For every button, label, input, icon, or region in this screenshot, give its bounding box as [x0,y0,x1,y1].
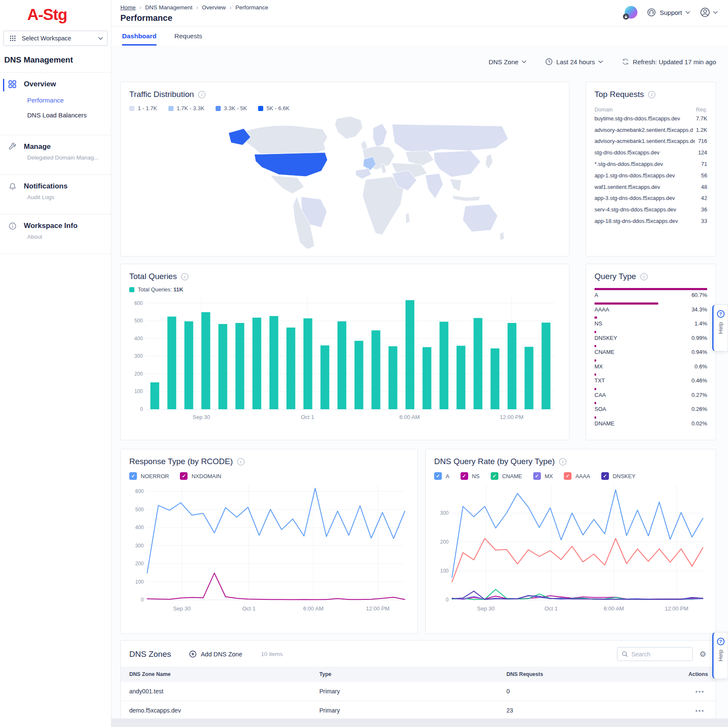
country-spain[interactable] [356,168,371,179]
query-type-item[interactable]: AAAA34.3% [594,302,707,313]
query-type-item[interactable]: MX0.6% [594,359,707,370]
response-type-line-chart[interactable]: Sep 30Oct 16:00 AM12:00 PM01002003004005… [129,480,408,613]
query-type-bar [594,402,596,404]
wrench-icon [8,142,17,151]
checkbox-checked-icon[interactable]: ✓ [491,472,498,480]
info-icon[interactable]: i [648,91,655,98]
country-canada[interactable] [245,125,327,154]
table-row[interactable]: app-18.stg-dns-ddos.f5xcapps.dev33 [594,215,707,227]
dns-query-rate-line-chart[interactable]: Sep 30Oct 16:00 AM12:00 PM0100200300 [434,480,706,613]
lock-badge-icon [623,14,629,20]
query-type-item[interactable]: CNAME0.94% [594,345,707,355]
sidebar-item-performance[interactable]: Performance [27,97,105,104]
info-icon[interactable]: i [198,91,205,98]
info-icon [8,221,17,231]
breadcrumb-item[interactable]: Performance [235,4,268,11]
query-type-item[interactable]: DNAME0.02% [594,416,707,427]
country-russia[interactable] [392,124,508,154]
table-row[interactable]: stg-dns-ddos.f5xcapps.dev124 [594,147,707,158]
workspace-selector[interactable]: Select Workspace [3,31,108,46]
query-type-item[interactable]: SOA0.26% [594,402,707,412]
query-type-item[interactable]: DNSKEY0.99% [594,331,707,341]
query-type-panel: Query Typei A60.7%AAAA34.3%NS1.4%DNSKEY0… [586,264,716,440]
country-se-asia[interactable] [450,179,461,191]
help-tab[interactable]: ? Help [712,632,728,679]
zone-type-cell: Primary [319,688,506,695]
info-icon[interactable]: i [559,458,566,465]
legend-label: 1.7K - 3.3K [177,105,205,111]
support-menu[interactable]: Support [647,8,690,17]
country-indonesia[interactable] [452,196,481,201]
country-china[interactable] [434,151,481,177]
sidebar-item-dns-load-balancers[interactable]: DNS Load Balancers [27,111,105,125]
query-type-item[interactable]: A60.7% [594,288,707,298]
total-queries-bar-chart[interactable]: Sep 30Oct 16:00 AM12:00 PM01002003004005… [129,293,558,421]
avatar[interactable] [625,6,637,19]
tab-requests[interactable]: Requests [174,32,202,46]
query-type-item[interactable]: NS1.4% [594,316,707,327]
zone-name-cell[interactable]: andy001.test [129,688,319,695]
table-row[interactable]: waf1.sentient.f5xcapps.dev48 [594,181,707,193]
time-range-label: Last 24 hours [556,58,595,66]
gear-icon[interactable]: ⚙ [700,650,706,658]
request-count-cell: 48 [701,184,707,190]
table-row[interactable]: app-1.stg-dns-ddos.f5xcapps.dev56 [594,170,707,181]
tab-dashboard[interactable]: Dashboard [122,32,156,46]
country-japan[interactable] [486,154,493,169]
query-type-item[interactable]: TXT0.46% [594,373,707,384]
breadcrumb-item[interactable]: DNS Management [145,4,192,11]
sidebar-item-workspace-info[interactable]: Workspace Info About [0,214,111,246]
table-row[interactable]: demo.f5xcapps.devPrimary23••• [121,701,716,719]
search-box [617,647,693,661]
legend-item-nxdomain: ✓NXDOMAIN [180,472,221,480]
query-type-item[interactable]: CAA0.27% [594,388,707,398]
country-greenland[interactable] [335,116,362,139]
info-icon[interactable]: i [237,458,245,465]
query-type-value: 0.26% [691,406,707,412]
sidebar-item-manage[interactable]: Manage Delegated Domain Manag... [0,135,111,167]
breadcrumb-item[interactable]: Overview [202,4,226,11]
chevron-down-icon [98,37,103,40]
checkbox-checked-icon[interactable]: ✓ [180,472,188,480]
table-row[interactable]: *.stg-dns-ddos.f5xcapps.dev71 [594,158,707,170]
country-madagascar[interactable] [406,212,410,224]
country-new-zealand[interactable] [500,232,505,240]
add-dns-zone-button[interactable]: Add DNS Zone [189,650,242,658]
country-mexico[interactable] [270,175,304,194]
query-type-value: 60.7% [691,292,707,298]
info-icon[interactable]: i [640,273,648,280]
search-input[interactable] [631,651,682,658]
refresh-label: Refresh: Updated 17 min ago [633,58,716,66]
checkbox-checked-icon[interactable]: ✓ [129,472,137,480]
table-row[interactable]: advisory-acmebank2.sentient.f5xcapps.dev… [594,124,707,136]
query-type-bar [594,359,596,362]
country-australia[interactable] [463,204,498,232]
info-icon[interactable]: i [181,273,188,280]
checkbox-checked-icon[interactable]: ✓ [533,472,541,480]
checkbox-checked-icon[interactable]: ✓ [461,472,468,480]
country-india[interactable] [425,174,443,199]
sidebar-item-notifications[interactable]: Notifications Audit Logs [0,175,111,206]
headset-icon [647,8,656,17]
checkbox-checked-icon[interactable]: ✓ [434,472,442,480]
country-usa[interactable] [254,153,327,177]
table-row[interactable]: serv-4.stg-dns-ddos.f5xcapps.dev36 [594,204,707,215]
zone-name-cell[interactable]: demo.f5xcapps.dev [129,707,319,714]
row-actions-button[interactable]: ••• [695,707,705,714]
checkbox-checked-icon[interactable]: ✓ [564,472,572,480]
svg-text:12:00 PM: 12:00 PM [500,414,523,420]
table-row[interactable]: advisory-acmebank1.sentient.f5xcapps.dev… [594,136,707,147]
checkbox-checked-icon[interactable]: ✓ [601,472,609,480]
table-row[interactable]: andy001.testPrimary0••• [121,682,716,701]
help-tab[interactable]: ? Help [712,305,728,351]
sidebar-item-overview[interactable]: Overview Performance DNS Load Balancers [0,73,111,127]
country-scandinavia[interactable] [373,124,387,148]
table-row[interactable]: buytime.stg-dns-ddos.f5xcapps.dev7.7K [594,113,707,124]
table-row[interactable]: app-3.stg-dns-ddos.f5xcapps.dev42 [594,193,707,204]
breadcrumb-item[interactable]: Home [120,4,136,11]
row-actions-button[interactable]: ••• [695,688,705,695]
refresh-button[interactable]: Refresh: Updated 17 min ago [622,58,716,66]
dns-zone-filter[interactable]: DNS Zone [489,58,526,66]
account-menu[interactable] [700,7,718,18]
time-range-filter[interactable]: Last 24 hours [545,58,603,66]
